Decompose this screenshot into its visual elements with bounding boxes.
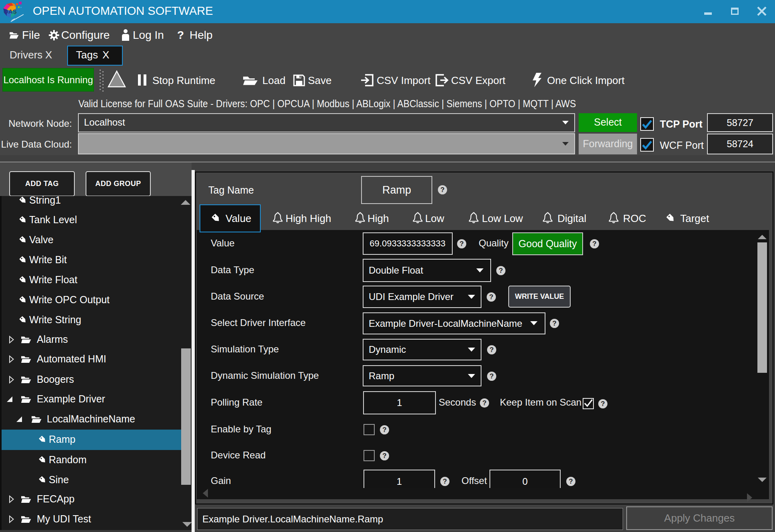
svg-text:OAS: OAS	[4, 8, 17, 15]
